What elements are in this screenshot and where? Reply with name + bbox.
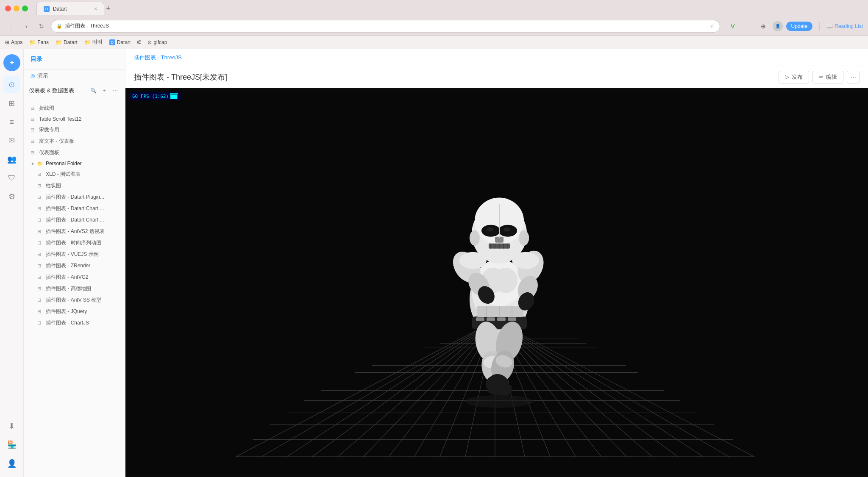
bookmark-datart2[interactable]: D Datart [109,39,131,45]
edit-button[interactable]: ✏ 编辑 [812,71,843,83]
close-button[interactable] [5,6,11,11]
breadcrumb-link[interactable]: 插件图表 - ThreeJS [134,54,182,61]
tab-close-button[interactable]: × [94,6,97,12]
logo-text: ✦ [9,59,14,66]
more-options-button[interactable]: ⋯ [111,86,120,95]
shield-icon: 🛡 [8,174,16,183]
panel-header-title: 目录 [31,55,118,63]
fans-label: Fans [37,39,49,45]
item-label: 折线图 [39,105,118,112]
list-item[interactable]: ⊟ XLD - 测试图表 [24,169,125,180]
gifcap-label: gifcap [153,39,167,45]
apps-label: Apps [11,39,22,45]
nav-icon-settings[interactable]: ⚙ [3,188,20,205]
nav-icon-home[interactable]: ⊙ [3,76,20,93]
list-item[interactable]: ⊟ 插件图表 - Datart Plugin... [24,191,125,203]
list-item[interactable]: ⊟ 插件图表 - ChartJS [24,317,125,329]
url-bar[interactable]: 🔒 插件图表 - ThreeJS ☆ [51,20,720,33]
update-button[interactable]: Update [786,22,813,31]
list-item[interactable]: ⊟ 插件图表 - ZRender [24,260,125,272]
lock-icon: 🔒 [56,23,62,29]
list-item[interactable]: ⊟ 宋微专用 [24,124,125,136]
refresh-button[interactable]: ↻ [36,20,47,32]
chart-icon: ⊟ [37,297,43,303]
nav-icon-shield[interactable]: 🛡 [3,169,20,186]
list-item[interactable]: ⊟ Table Scroll Test12 [24,114,125,124]
list-item[interactable]: ⊟ 富文本 - 仪表板 [24,136,125,147]
list-item[interactable]: ⊟ 插件图表 - AntVG2 [24,272,125,283]
download-icon: ⬇ [8,422,15,431]
back-button[interactable]: ‹ [5,20,17,32]
nav-icon-list[interactable]: ≡ [3,114,20,130]
chart-icon: ⊟ [37,183,43,189]
active-tab[interactable]: D Datart × [36,2,104,15]
chart-icon: ⊟ [37,275,43,280]
list-item[interactable]: ⊟ 折线图 [24,103,125,114]
app-logo[interactable]: ✦ [3,54,20,71]
item-label: 插件图表 - VUEJS 示例 [46,251,118,258]
minimize-button[interactable] [14,6,19,11]
list-item[interactable]: ⊟ 插件图表 - VUEJS 示例 [24,249,125,260]
forward-button[interactable]: › [20,20,32,32]
list-item[interactable]: ⊟ 插件图表 - 时间序列动图 [24,237,125,249]
panel-section-header: 仪表板 & 数据图表 🔍 + ⋯ [24,82,125,99]
extension-icon-1[interactable]: V [727,20,739,32]
browser-toolbar: V ··· ⊕ 👤 Update [727,20,813,32]
svg-rect-45 [508,317,516,321]
main-content: 插件图表 - ThreeJS 插件图表 - ThreeJS[未发布] ▷ 发布 … [125,49,868,477]
demo-label: 演示 [37,72,48,80]
traffic-lights [5,6,28,11]
list-item[interactable]: ⊟ 插件图表 - Datart Chart ... [24,203,125,214]
panel-demo-item[interactable]: ◎ 演示 [24,69,125,82]
extension-icon-2[interactable]: ··· [742,20,754,32]
list-item[interactable]: ⊟ 插件图表 - JQuery [24,306,125,317]
bookmark-shishi[interactable]: 📁 时时 [84,39,103,46]
datart1-label: Datart [64,39,78,45]
search-button[interactable]: 🔍 [89,86,98,95]
list-item[interactable]: ⊟ 插件图表 - Datart Chart ... [24,214,125,226]
fans-folder-icon: 📁 [29,39,36,45]
publish-button[interactable]: ▷ 发布 [779,71,809,83]
reading-list-button[interactable]: 📖 Reading List [826,23,863,29]
chart-icon: ⊟ [37,217,43,223]
chart-icon: ⊟ [31,116,36,122]
list-item[interactable]: ⊟ 插件图表 - 高德地图 [24,283,125,294]
item-label: 插件图表 - ZRender [46,262,118,269]
shishi-label: 时时 [92,39,103,46]
viz-actions: ▷ 发布 ✏ 编辑 ⋯ [779,71,860,83]
extension-icon-3[interactable]: ⊕ [757,20,769,32]
fps-bar-fill [171,94,177,99]
chart-icon: ⊟ [37,206,43,211]
panel-sidebar: 目录 ◎ 演示 仪表板 & 数据图表 🔍 + ⋯ ⊟ 折线图 ⊟ [24,49,125,477]
add-item-button[interactable]: + [100,86,109,95]
new-tab-button[interactable]: + [106,5,111,12]
list-item[interactable]: ⊟ 仪表面板 [24,147,125,158]
url-text: 插件图表 - ThreeJS [65,22,707,30]
bookmark-gifcap[interactable]: ⊙ gifcap [147,39,167,45]
nav-icon-dashboard[interactable]: ⊞ [3,95,20,112]
bookmark-star-icon[interactable]: ☆ [710,23,715,29]
list-item[interactable]: ⊟ 插件图表 - AntVS2 透视表 [24,226,125,237]
viz-title: 插件图表 - ThreeJS[未发布] [134,72,779,82]
svg-point-56 [504,227,510,232]
bookmark-github[interactable]: ⑆ [137,39,141,45]
nav-icon-user[interactable]: 👤 [3,455,20,472]
profile-avatar[interactable]: 👤 [773,21,783,31]
nav-icon-mail[interactable]: ✉ [3,132,20,149]
more-icon: ⋯ [851,74,856,80]
folder-icon: 📁 [37,161,43,166]
nav-icon-store[interactable]: 🏪 [3,436,20,453]
list-item[interactable]: ⊟ 柱状图 [24,180,125,191]
maximize-button[interactable] [22,6,28,11]
more-button[interactable]: ⋯ [847,71,860,83]
item-label: 插件图表 - AntVG2 [46,274,118,281]
bookmark-fans[interactable]: 📁 Fans [29,39,49,45]
nav-icon-download[interactable]: ⬇ [3,418,20,435]
nav-icon-users[interactable]: 👥 [3,151,20,168]
svg-point-85 [465,395,533,408]
folder-item-personal[interactable]: ▼ 📁 Personal Folder [24,158,125,169]
bookmark-datart1[interactable]: 📁 Datart [56,39,78,45]
bookmark-apps[interactable]: ⊞ Apps [5,39,22,45]
fps-counter: 60 FPS (1:62) [130,92,181,100]
list-item[interactable]: ⊟ 插件图表 - AntV SS 模型 [24,294,125,306]
